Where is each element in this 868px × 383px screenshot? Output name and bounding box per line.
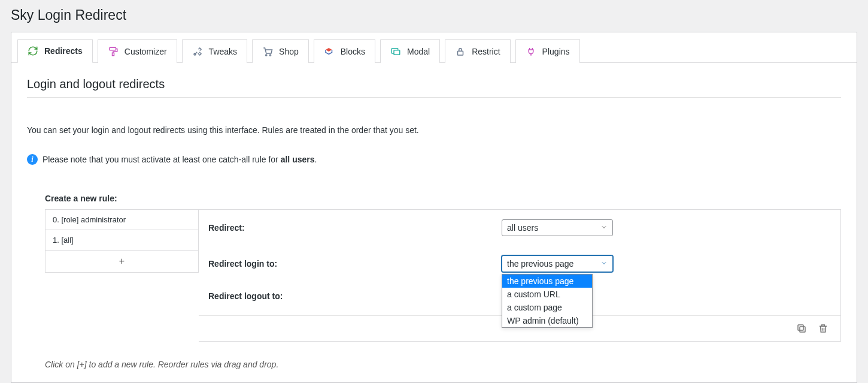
settings-panel: Redirects Customizer Tweaks Shop xyxy=(11,32,857,383)
lock-icon xyxy=(455,46,466,57)
content-area: Login and logout redirects You can set y… xyxy=(11,63,857,382)
tab-blocks[interactable]: Blocks xyxy=(314,39,375,63)
login-redirect-value: the previous page xyxy=(507,259,573,269)
tab-modal[interactable]: Modal xyxy=(380,39,440,63)
tools-icon xyxy=(192,46,203,57)
tab-customizer[interactable]: Customizer xyxy=(98,39,177,63)
tab-label: Redirects xyxy=(44,46,83,56)
rule-item-0[interactable]: 0. [role] administrator xyxy=(45,210,198,230)
plug-icon xyxy=(526,46,536,57)
notice-bold: all users xyxy=(281,155,315,164)
tab-label: Modal xyxy=(407,47,430,56)
paint-roller-icon xyxy=(108,46,119,57)
modal-icon xyxy=(390,46,401,57)
dropdown-option[interactable]: a custom page xyxy=(502,301,592,314)
notice-line: i Please note that you must activate at … xyxy=(27,154,841,165)
svg-rect-0 xyxy=(110,47,116,50)
dropdown-option[interactable]: a custom URL xyxy=(502,288,592,301)
login-redirect-dropdown: the previous page a custom URL a custom … xyxy=(502,274,593,328)
tab-label: Blocks xyxy=(341,47,365,56)
svg-point-4 xyxy=(269,54,271,55)
login-redirect-label: Redirect login to: xyxy=(208,259,502,269)
svg-point-3 xyxy=(266,54,267,55)
login-redirect-select[interactable]: the previous page xyxy=(502,255,613,272)
svg-rect-1 xyxy=(112,53,114,56)
page-title: Sky Login Redirect xyxy=(11,7,857,23)
trash-icon[interactable] xyxy=(818,323,828,334)
redirect-select[interactable]: all users xyxy=(502,219,613,236)
svg-rect-9 xyxy=(798,325,803,330)
rule-form: Redirect: all users xyxy=(199,209,841,342)
tab-label: Shop xyxy=(279,47,299,56)
tab-redirects[interactable]: Redirects xyxy=(17,39,93,63)
add-rule-button[interactable]: + xyxy=(45,251,198,272)
copy-icon[interactable] xyxy=(796,323,807,334)
section-title: Login and logout redirects xyxy=(27,77,841,91)
hint-text: Click on [+] to add a new rule. Reorder … xyxy=(45,360,841,369)
info-icon: i xyxy=(27,154,38,165)
tab-label: Customizer xyxy=(125,47,167,56)
notice-prefix: Please note that you must activate at le… xyxy=(43,155,281,164)
redirect-label: Redirect: xyxy=(208,223,502,233)
notice-text: Please note that you must activate at le… xyxy=(43,155,317,164)
tab-restrict[interactable]: Restrict xyxy=(445,39,510,63)
create-rule-label: Create a new rule: xyxy=(45,194,841,203)
dropdown-option[interactable]: WP admin (default) xyxy=(502,314,592,327)
svg-rect-8 xyxy=(800,327,805,332)
intro-text: You can set your login and logout redire… xyxy=(27,125,841,135)
cart-icon xyxy=(262,46,273,57)
tab-bar: Redirects Customizer Tweaks Shop xyxy=(11,32,857,63)
redirect-value: all users xyxy=(507,223,538,233)
divider xyxy=(27,97,841,98)
tab-label: Restrict xyxy=(472,47,500,56)
svg-rect-6 xyxy=(394,50,400,55)
dropdown-option[interactable]: the previous page xyxy=(502,275,592,288)
rule-item-1[interactable]: 1. [all] xyxy=(45,230,198,251)
tab-tweaks[interactable]: Tweaks xyxy=(182,39,247,63)
tab-shop[interactable]: Shop xyxy=(252,39,309,63)
refresh-icon xyxy=(28,46,38,56)
tab-label: Tweaks xyxy=(209,47,237,56)
svg-rect-7 xyxy=(458,51,463,55)
chevron-down-icon xyxy=(600,259,608,269)
chevron-down-icon xyxy=(600,223,608,233)
logout-redirect-label: Redirect logout to: xyxy=(208,291,502,301)
tab-plugins[interactable]: Plugins xyxy=(515,39,580,63)
tab-label: Plugins xyxy=(542,47,570,56)
rule-list: 0. [role] administrator 1. [all] + xyxy=(45,209,199,273)
blocks-icon xyxy=(324,46,335,57)
